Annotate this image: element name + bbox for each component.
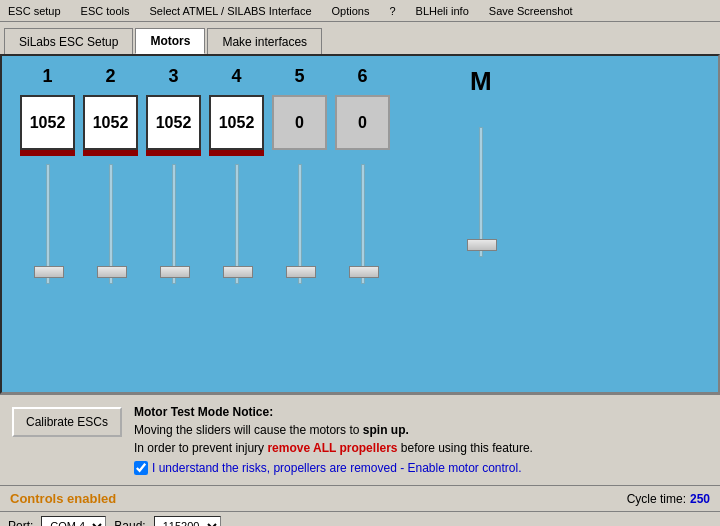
checkbox-row: I understand the risks, propellers are r… (134, 459, 708, 477)
baud-select[interactable]: 115200 (154, 516, 221, 527)
motor-slider-track-4 (235, 164, 239, 284)
motor-slider-5[interactable] (286, 266, 316, 278)
motor-num-3: 3 (146, 66, 201, 87)
motor-num-4: 4 (209, 66, 264, 87)
motor-box-4: 1052 (209, 95, 264, 150)
notice-area: Calibrate ESCs Motor Test Mode Notice: M… (0, 394, 720, 485)
master-slider[interactable] (467, 239, 497, 251)
main-content: 1 2 3 4 5 6 1052 1052 1052 (0, 54, 720, 394)
controls-enabled-label: Controls enabled (10, 491, 116, 506)
menu-save-screenshot[interactable]: Save Screenshot (485, 3, 577, 19)
notice-spinup: spin up. (363, 423, 409, 437)
notice-remove-props: remove ALL propellers (267, 441, 397, 455)
checkbox-label: I understand the risks, propellers are r… (152, 459, 522, 477)
motor-slider-6[interactable] (349, 266, 379, 278)
notice-title: Motor Test Mode Notice: (134, 405, 273, 419)
cycle-time-area: Cycle time: 250 (627, 492, 710, 506)
motor-box-6: 0 (335, 95, 390, 150)
understand-checkbox[interactable] (134, 461, 148, 475)
motor-num-5: 5 (272, 66, 327, 87)
motor-num-2: 2 (83, 66, 138, 87)
motor-box-1: 1052 (20, 95, 75, 150)
motor-slider-track-6 (361, 164, 365, 284)
motor-slider-track-1 (46, 164, 50, 284)
footer-bar: Port: COM 4 Baud: 115200 (0, 511, 720, 526)
calibrate-escs-button[interactable]: Calibrate ESCs (12, 407, 122, 437)
motor-slider-3[interactable] (160, 266, 190, 278)
tab-silabs-esc-setup[interactable]: SiLabs ESC Setup (4, 28, 133, 54)
menu-help[interactable]: ? (385, 3, 399, 19)
menu-esc-tools[interactable]: ESC tools (77, 3, 134, 19)
master-slider-track (479, 127, 483, 257)
port-label: Port: (8, 519, 33, 527)
motor-box-5: 0 (272, 95, 327, 150)
menu-blheli-info[interactable]: BLHeli info (412, 3, 473, 19)
motor-slider-1[interactable] (34, 266, 64, 278)
motor-slider-track-5 (298, 164, 302, 284)
menu-bar: ESC setup ESC tools Select ATMEL / SILAB… (0, 0, 720, 22)
cycle-time-label: Cycle time: (627, 492, 686, 506)
port-select[interactable]: COM 4 (41, 516, 106, 527)
notice-line2-suffix: before using this feature. (397, 441, 532, 455)
tabs-row: SiLabs ESC Setup Motors Make interfaces (0, 22, 720, 54)
menu-options[interactable]: Options (328, 3, 374, 19)
motor-slider-track-3 (172, 164, 176, 284)
cycle-time-value: 250 (690, 492, 710, 506)
motor-box-2: 1052 (83, 95, 138, 150)
tab-motors[interactable]: Motors (135, 28, 205, 54)
motor-slider-4[interactable] (223, 266, 253, 278)
notice-line1: Moving the sliders will cause the motors… (134, 423, 363, 437)
status-bar: Controls enabled Cycle time: 250 (0, 485, 720, 511)
master-m-label: M (470, 66, 492, 97)
tab-make-interfaces[interactable]: Make interfaces (207, 28, 322, 54)
motor-box-3: 1052 (146, 95, 201, 150)
motor-slider-2[interactable] (97, 266, 127, 278)
menu-esc-setup[interactable]: ESC setup (4, 3, 65, 19)
motor-num-6: 6 (335, 66, 390, 87)
motor-num-1: 1 (20, 66, 75, 87)
menu-select-interface[interactable]: Select ATMEL / SILABS Interface (146, 3, 316, 19)
notice-text: Motor Test Mode Notice: Moving the slide… (134, 403, 708, 477)
motor-slider-track-2 (109, 164, 113, 284)
baud-label: Baud: (114, 519, 145, 527)
notice-line2-prefix: In order to prevent injury (134, 441, 267, 455)
